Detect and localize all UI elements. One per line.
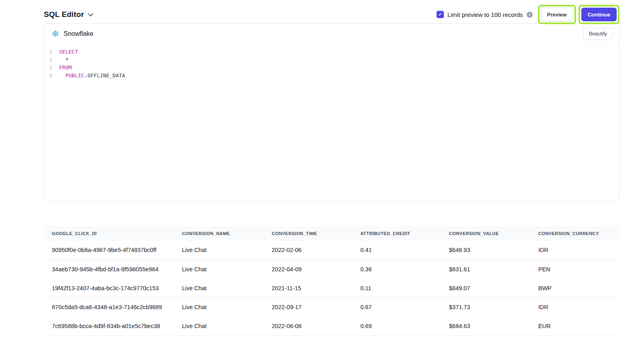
cell-conversion-currency: BWP: [530, 279, 619, 297]
code-line: 3 FROM: [44, 64, 619, 72]
page-title-group[interactable]: SQL Editor: [44, 10, 93, 19]
page-title: SQL Editor: [44, 10, 84, 19]
column-header: GOOGLE_CLICK_ID: [44, 226, 174, 241]
column-header: CONVERSION_NAME: [174, 226, 264, 241]
cell-conversion-time: 2022-04-09: [264, 260, 353, 279]
sql-keyword: FROM: [59, 64, 72, 72]
cell-conversion-currency: PEN: [530, 260, 619, 279]
cell-conversion-name: Live Chat: [174, 241, 264, 260]
preview-highlight-box: Preview: [538, 5, 576, 24]
line-number: 4: [44, 72, 52, 80]
cell-conversion-value: $371.73: [441, 297, 530, 316]
code-line: 1 SELECT: [44, 48, 619, 56]
cell-conversion-value: $648.93: [441, 241, 530, 260]
cell-conversion-value: $684.63: [441, 316, 530, 335]
table-row: 34aeb730-945b-4fbd-bf1a-9f596055e964 Liv…: [44, 260, 619, 279]
cell-conversion-value: $849.07: [441, 279, 530, 297]
code-line: 2 *: [44, 56, 619, 64]
page: SQL Editor ✓ Limit preview to 100 record…: [44, 0, 619, 336]
sql-text: .OFFLINE_DATA: [84, 72, 125, 80]
continue-button[interactable]: Continue: [581, 8, 617, 21]
column-header: ATTRIBUTED_CREDIT: [353, 226, 441, 241]
cell-google-click-id: 19f42f13-2407-4aba-bc3c-174c9770c153: [44, 279, 174, 297]
cell-conversion-name: Live Chat: [174, 279, 264, 297]
cell-google-click-id: 7c69588b-bcca-4d9f-834b-a01e5c7bec38: [44, 316, 174, 335]
cell-google-click-id: 870c5da5-dca6-4348-a1e3-7146c2cb9689: [44, 297, 174, 316]
table-row: 870c5da5-dca6-4348-a1e3-7146c2cb9689 Liv…: [44, 297, 619, 316]
cell-conversion-time: 2022-06-08: [264, 316, 353, 335]
cell-attributed-credit: 0.41: [353, 241, 441, 260]
cell-attributed-credit: 0.36: [353, 260, 441, 279]
table-row: 90950f0e-0b6a-4967-9be5-4f74837bc0ff Liv…: [44, 241, 619, 260]
info-icon[interactable]: i: [527, 12, 533, 18]
cell-google-click-id: 34aeb730-945b-4fbd-bf1a-9f596055e964: [44, 260, 174, 279]
table-row: 7c69588b-bcca-4d9f-834b-a01e5c7bec38 Liv…: [44, 316, 619, 335]
cell-google-click-id: 90950f0e-0b6a-4967-9be5-4f74837bc0ff: [44, 241, 174, 260]
line-number: 3: [44, 64, 52, 72]
table-header-row: GOOGLE_CLICK_ID CONVERSION_NAME CONVERSI…: [44, 226, 619, 241]
column-header: CONVERSION_CURRENCY: [530, 226, 619, 241]
sql-keyword: PUBLIC: [66, 72, 84, 80]
source-name: Snowflake: [64, 30, 93, 37]
cell-conversion-currency: IDR: [530, 241, 619, 260]
cell-conversion-currency: IDR: [530, 297, 619, 316]
cell-conversion-time: 2022-09-17: [264, 297, 353, 316]
cell-conversion-time: 2021-11-15: [264, 279, 353, 297]
cell-attributed-credit: 0.11: [353, 279, 441, 297]
source-connector: ❄ Snowflake: [51, 29, 93, 39]
limit-label: Limit preview to 100 records: [447, 11, 523, 18]
cell-conversion-time: 2022-02-06: [264, 241, 353, 260]
cell-attributed-credit: 0.69: [353, 316, 441, 335]
sql-keyword: SELECT: [59, 48, 78, 56]
sql-text: *: [66, 56, 69, 64]
results-table: GOOGLE_CLICK_ID CONVERSION_NAME CONVERSI…: [44, 226, 619, 336]
preview-button[interactable]: Preview: [541, 8, 573, 21]
topbar: SQL Editor ✓ Limit preview to 100 record…: [44, 0, 619, 23]
line-number: 1: [44, 48, 52, 56]
cell-conversion-name: Live Chat: [174, 260, 264, 279]
code-line: 4 PUBLIC .OFFLINE_DATA: [44, 72, 619, 80]
continue-highlight-box: Continue: [578, 5, 619, 24]
table-row: 19f42f13-2407-4aba-bc3c-174c9770c153 Liv…: [44, 279, 619, 297]
top-actions: ✓ Limit preview to 100 records i Preview…: [437, 5, 619, 24]
sql-editor-card: ❄ Snowflake Beautify 1 SELECT 2 * 3 FR: [44, 23, 619, 202]
code-editor[interactable]: 1 SELECT 2 * 3 FROM 4 PUBLIC: [44, 44, 619, 201]
cell-attributed-credit: 0.67: [353, 297, 441, 316]
cell-conversion-name: Live Chat: [174, 297, 264, 316]
editor-header: ❄ Snowflake Beautify: [44, 24, 619, 44]
beautify-button[interactable]: Beautify: [583, 28, 613, 40]
cell-conversion-currency: EUR: [530, 316, 619, 335]
limit-preview-toggle[interactable]: ✓ Limit preview to 100 records i: [437, 11, 533, 18]
snowflake-icon: ❄: [51, 29, 59, 39]
chevron-down-icon[interactable]: [88, 13, 93, 17]
cell-conversion-value: $831.61: [441, 260, 530, 279]
column-header: CONVERSION_VALUE: [441, 226, 530, 241]
line-number: 2: [44, 56, 52, 64]
limit-checkbox[interactable]: ✓: [437, 11, 444, 18]
cell-conversion-name: Live Chat: [174, 316, 264, 335]
column-header: CONVERSION_TIME: [264, 226, 353, 241]
